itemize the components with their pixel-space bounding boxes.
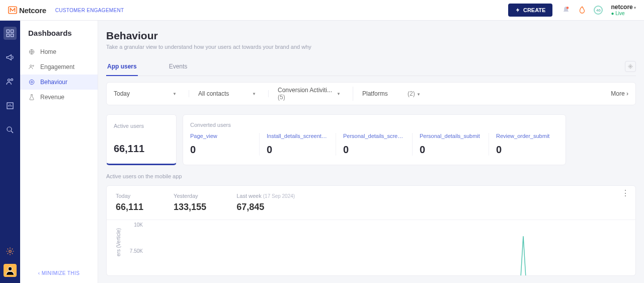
brand-text: Netcore: [19, 6, 46, 15]
topbar: Netcore CUSTOMER ENGAGEMENT CREATE 46 ne…: [0, 0, 644, 21]
svg-point-15: [29, 80, 34, 84]
rail-profile-icon[interactable]: [4, 264, 17, 277]
tabs: App users Events: [106, 59, 636, 76]
chart-card: ⋮ Today 66,111 Yesterday 133,155 Last we…: [106, 185, 636, 276]
converted-items: Page_view 0 Install_details_screento... …: [183, 115, 566, 165]
y-tick: 7.50K: [130, 248, 143, 254]
brand-logo[interactable]: Netcore: [8, 6, 46, 15]
filter-activities[interactable]: Conversion Activiti... (5) ▼: [278, 87, 353, 101]
flask-icon: [28, 94, 35, 101]
rail-megaphone-icon[interactable]: [4, 51, 17, 64]
chart-stat-lastweek: Last week (17 Sep 2024) 67,845: [236, 193, 295, 213]
chevron-down-icon: ▼: [337, 92, 341, 96]
sidebar-item-label: Engagement: [40, 63, 74, 70]
stat-cards: Active users 66,111 Converted users Page…: [106, 114, 636, 165]
target-icon: [28, 79, 35, 86]
chevron-down-icon: ▼: [173, 92, 177, 96]
svg-rect-4: [7, 34, 9, 37]
main-content: Behaviour Take a granular view to unders…: [98, 21, 644, 283]
chevron-down-icon: ▼: [417, 92, 421, 97]
chart-body: ers (Verticle) 10K 7.50K: [107, 220, 635, 275]
converted-item[interactable]: Page_view 0: [183, 133, 260, 156]
sidebar-item-revenue[interactable]: Revenue: [20, 90, 98, 105]
usage-badge[interactable]: 46: [594, 6, 603, 15]
kebab-menu-icon[interactable]: ⋮: [621, 192, 629, 195]
svg-rect-5: [11, 34, 14, 37]
rail-dashboards-icon[interactable]: [4, 27, 17, 40]
page-subtitle: Take a granular view to understand how y…: [106, 44, 636, 50]
topbar-icons: 46: [561, 6, 603, 15]
account-menu[interactable]: netcore Live: [611, 4, 636, 16]
sidebar-item-label: Revenue: [40, 94, 64, 101]
filter-more[interactable]: More: [611, 90, 628, 97]
netcore-logo-icon: [8, 6, 17, 15]
flame-icon[interactable]: [578, 6, 587, 15]
converted-item[interactable]: Review_order_submit 0: [489, 133, 566, 156]
svg-point-16: [31, 81, 33, 83]
tab-events[interactable]: Events: [168, 59, 189, 76]
converted-item-value: 0: [190, 144, 252, 156]
svg-point-17: [630, 66, 631, 67]
y-tick: 10K: [134, 222, 143, 228]
converted-item[interactable]: Personal_details_submit 0: [413, 133, 489, 156]
svg-point-9: [7, 127, 12, 131]
card-label: Active users: [114, 123, 169, 129]
rail-users-icon[interactable]: [4, 75, 17, 88]
create-button-label: CREATE: [523, 7, 545, 13]
sidebar: Dashboards Home Engagement Behaviour Rev…: [20, 21, 98, 283]
svg-point-7: [11, 79, 13, 81]
tab-app-users[interactable]: App users: [106, 59, 138, 76]
rail-settings-icon[interactable]: [4, 245, 17, 258]
card-active-users[interactable]: Active users 66,111: [106, 114, 177, 165]
account-status: Live: [611, 11, 636, 16]
converted-item[interactable]: Personal_details_scree... 0: [336, 133, 413, 156]
svg-point-10: [9, 250, 12, 253]
bell-icon[interactable]: [561, 6, 571, 15]
create-button[interactable]: CREATE: [508, 4, 552, 17]
settings-gear-button[interactable]: [625, 61, 636, 72]
converted-label: Converted users: [183, 115, 231, 128]
globe-icon: [28, 48, 35, 55]
svg-point-14: [33, 65, 34, 66]
lightning-icon: [515, 8, 520, 13]
sidebar-item-behaviour[interactable]: Behaviour: [20, 75, 98, 90]
converted-item-label: Page_view: [190, 133, 252, 139]
svg-point-6: [8, 79, 11, 82]
converted-item-value: 0: [267, 144, 329, 156]
minimize-sidebar[interactable]: MINIMIZE THIS: [20, 270, 98, 276]
card-converted-users: Converted users Page_view 0 Install_deta…: [183, 114, 566, 165]
filter-bar: Today▼ All contacts▼ Conversion Activiti…: [106, 82, 636, 105]
chart-summary: Today 66,111 Yesterday 133,155 Last week…: [107, 186, 635, 220]
chart-stat-yesterday: Yesterday 133,155: [174, 193, 206, 213]
sidebar-item-label: Behaviour: [40, 79, 67, 86]
page-title: Behaviour: [106, 30, 636, 42]
svg-point-11: [8, 267, 12, 271]
rail-search-icon[interactable]: [4, 123, 17, 136]
converted-item[interactable]: Install_details_screento... 0: [260, 133, 336, 156]
svg-rect-3: [11, 30, 14, 32]
svg-point-1: [567, 7, 569, 9]
converted-item-label: Personal_details_scree...: [343, 133, 405, 139]
sidebar-item-label: Home: [40, 48, 56, 55]
converted-item-label: Personal_details_submit: [420, 133, 481, 139]
y-axis-title: ers (Verticle): [116, 228, 121, 256]
svg-point-13: [30, 65, 32, 67]
nav-rail: [0, 21, 20, 283]
gear-icon: [627, 63, 633, 69]
converted-item-value: 0: [496, 144, 558, 156]
chart-spike: [519, 235, 520, 275]
filter-segment[interactable]: All contacts▼: [198, 90, 269, 97]
converted-item-label: Install_details_screento...: [267, 133, 329, 139]
product-subtitle: CUSTOMER ENGAGEMENT: [55, 8, 124, 13]
section-label: Active users on the mobile app: [106, 173, 636, 179]
sidebar-item-engagement[interactable]: Engagement: [20, 59, 98, 75]
card-value: 66,111: [114, 143, 169, 155]
rail-reports-icon[interactable]: [4, 99, 17, 112]
filter-date[interactable]: Today▼: [114, 90, 189, 97]
converted-item-value: 0: [343, 144, 405, 156]
chevron-down-icon: ▼: [252, 92, 256, 96]
people-icon: [28, 63, 35, 70]
account-name: netcore: [611, 4, 636, 11]
filter-platforms[interactable]: Platforms (2) ▼: [362, 90, 433, 97]
sidebar-item-home[interactable]: Home: [20, 44, 98, 59]
